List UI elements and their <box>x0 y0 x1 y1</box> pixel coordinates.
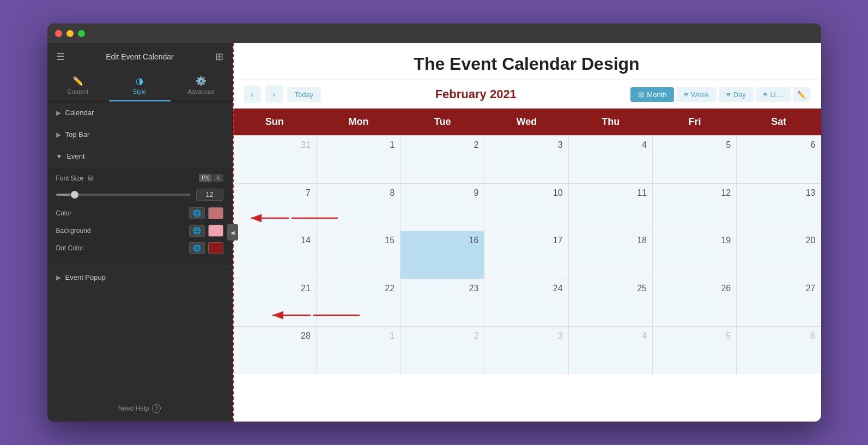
cell-number: 3 <box>490 140 562 150</box>
cell-number: 9 <box>406 188 478 198</box>
dot-color-swatch[interactable] <box>208 242 223 254</box>
cell-number: 31 <box>238 140 311 150</box>
cell-number: 7 <box>238 188 311 198</box>
prev-month-btn[interactable]: ‹ <box>244 86 261 103</box>
calendar-cell[interactable]: 28 <box>233 327 317 374</box>
font-size-input[interactable]: 12 <box>196 189 223 201</box>
week-view-btn[interactable]: ≡ Week <box>676 87 717 102</box>
list-icon: ≡ <box>763 91 768 99</box>
section-calendar[interactable]: ▶ Calendar <box>47 102 232 124</box>
calendar-cell[interactable]: 27 <box>737 279 821 327</box>
cell-number: 11 <box>574 188 647 198</box>
header-sat: Sat <box>737 109 821 135</box>
color-label: Color <box>56 209 72 217</box>
tab-style[interactable]: ◑ Style <box>109 70 171 101</box>
percent-unit-btn[interactable]: % <box>213 174 223 182</box>
help-icon[interactable]: ? <box>152 404 161 413</box>
collapse-handle[interactable]: ◀ <box>227 224 238 240</box>
cell-number: 4 <box>574 140 647 150</box>
cell-number: 3 <box>490 331 562 341</box>
calendar-nav: ‹ › Today February 2021 ⊞ Month ≡ Week <box>233 80 821 109</box>
cell-number: 24 <box>490 284 562 293</box>
calendar-cell[interactable]: 14 <box>233 231 317 279</box>
page-title: The Event Calendar Design <box>233 43 821 80</box>
hamburger-icon[interactable]: ☰ <box>56 51 65 63</box>
cell-number: 5 <box>658 331 731 341</box>
calendar-cell[interactable]: 1 <box>317 327 400 374</box>
header-tue: Tue <box>400 109 484 135</box>
px-unit-btn[interactable]: PX <box>199 174 211 182</box>
color-swatch[interactable] <box>208 207 223 219</box>
calendar-cell[interactable]: 5 <box>653 327 737 374</box>
section-topbar[interactable]: ▶ Top Bar <box>47 124 232 146</box>
day-view-btn[interactable]: ≡ Day <box>719 87 754 102</box>
calendar-cell[interactable]: 25 <box>569 279 653 327</box>
traffic-lights <box>55 30 85 37</box>
next-month-btn[interactable]: › <box>265 86 283 103</box>
unit-buttons: PX % <box>199 174 223 182</box>
calendar-cell[interactable]: 4 <box>569 136 653 183</box>
calendar-cell[interactable]: 18 <box>569 231 653 279</box>
month-title: February 2021 <box>325 87 626 101</box>
maximize-button[interactable] <box>78 30 85 37</box>
calendar-cell[interactable]: 1 <box>317 136 400 183</box>
tab-content[interactable]: ✏️ Content <box>47 70 109 101</box>
month-view-btn[interactable]: ⊞ Month <box>630 87 674 102</box>
list-view-btn[interactable]: ≡ Li… <box>756 87 791 102</box>
calendar-cell[interactable]: 22 <box>317 279 400 327</box>
background-swatch[interactable] <box>208 225 223 237</box>
cell-number: 15 <box>322 236 394 245</box>
monitor-icon: 🖥 <box>87 174 94 182</box>
calendar-week: 14151617181920 <box>233 231 821 279</box>
background-controls: 🌐 <box>189 225 223 237</box>
cell-number: 4 <box>574 331 647 341</box>
style-icon: ◑ <box>136 76 143 86</box>
header-thu: Thu <box>569 109 653 135</box>
calendar-cell[interactable]: 26 <box>653 279 737 327</box>
section-event-popup[interactable]: ▶ Event Popup <box>47 267 232 288</box>
cell-number: 28 <box>238 331 311 341</box>
dot-color-globe-btn[interactable]: 🌐 <box>189 242 205 254</box>
minimize-button[interactable] <box>66 30 74 37</box>
tab-advanced[interactable]: ⚙️ Advanced <box>171 70 232 101</box>
calendar-cell[interactable]: 4 <box>569 327 653 374</box>
cell-number: 14 <box>238 236 311 245</box>
cell-number: 6 <box>742 331 815 341</box>
calendar-cell[interactable]: 10 <box>484 184 568 231</box>
section-event[interactable]: ▼ Event <box>47 146 232 167</box>
calendar-cell[interactable]: 5 <box>653 136 737 183</box>
calendar-cell[interactable]: 16 <box>400 231 484 279</box>
calendar-cell[interactable]: 21 <box>233 279 317 327</box>
calendar-cell[interactable]: 20 <box>737 231 821 279</box>
calendar-cell[interactable]: 7 <box>233 184 317 231</box>
today-btn[interactable]: Today <box>287 87 321 102</box>
calendar-cell[interactable]: 15 <box>317 231 400 279</box>
calendar-cell[interactable]: 2 <box>400 327 484 374</box>
calendar-cell[interactable]: 3 <box>484 327 568 374</box>
calendar-cell[interactable]: 19 <box>653 231 737 279</box>
calendar-cell[interactable]: 23 <box>400 279 484 327</box>
font-size-row: Font Size 🖥 PX % <box>56 174 223 182</box>
calendar-cell[interactable]: 6 <box>737 136 821 183</box>
calendar-cell[interactable]: 9 <box>400 184 484 231</box>
calendar-cell[interactable]: 17 <box>484 231 568 279</box>
close-button[interactable] <box>55 30 62 37</box>
calendar-cell[interactable]: 8 <box>317 184 400 231</box>
color-globe-btn[interactable]: 🌐 <box>189 207 205 219</box>
calendar-cell[interactable]: 6 <box>737 327 821 374</box>
calendar-cell[interactable]: 12 <box>653 184 737 231</box>
calendar-cell[interactable]: 11 <box>569 184 653 231</box>
calendar-cell[interactable]: 31 <box>233 136 317 183</box>
cell-number: 1 <box>322 331 394 341</box>
day-icon: ≡ <box>726 91 731 99</box>
font-size-slider[interactable] <box>56 194 191 196</box>
calendar-cell[interactable]: 3 <box>484 136 568 183</box>
calendar-cell[interactable]: 13 <box>737 184 821 231</box>
calendar-cell[interactable]: 24 <box>484 279 568 327</box>
main-area: ☰ Edit Event Calendar ⊞ ✏️ Content ◑ Sty… <box>47 43 821 422</box>
cell-number: 12 <box>658 188 731 198</box>
calendar-cell[interactable]: 2 <box>400 136 484 183</box>
background-globe-btn[interactable]: 🌐 <box>189 225 205 237</box>
grid-icon[interactable]: ⊞ <box>215 51 223 63</box>
edit-view-btn[interactable]: ✏️ <box>793 87 810 102</box>
